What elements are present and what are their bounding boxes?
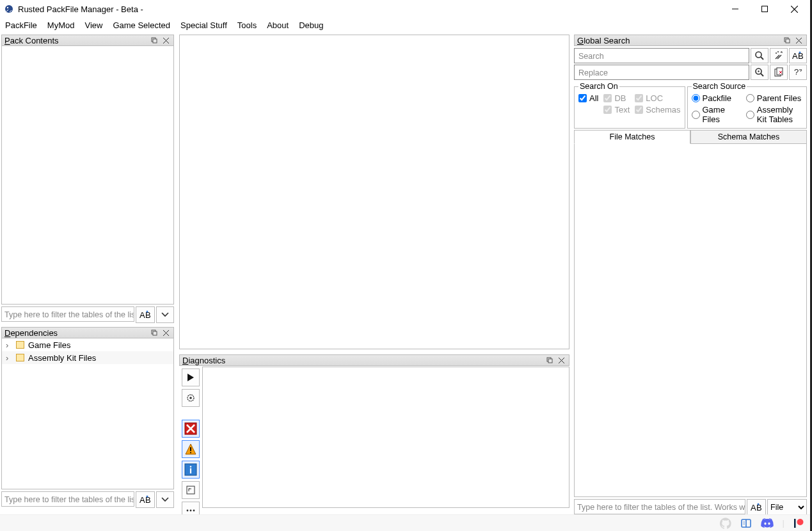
- tree-row[interactable]: › Assembly Kit Files: [2, 351, 173, 364]
- search-on-db[interactable]: DB: [603, 93, 630, 103]
- menu-mymod[interactable]: MyMod: [47, 20, 75, 30]
- diagnostics-results-area[interactable]: [202, 367, 569, 508]
- svg-rect-14: [153, 331, 157, 335]
- search-on-group: Search On All DB LOC Text Schemas: [574, 82, 685, 129]
- diagnostics-error-filter[interactable]: [182, 420, 200, 438]
- svg-point-32: [190, 452, 191, 454]
- dependencies-tree[interactable]: › Game Files › Assembly Kit Files: [1, 338, 174, 489]
- replace-input[interactable]: Replace: [574, 65, 749, 80]
- window-title: Rusted PackFile Manager - Beta -: [18, 4, 720, 14]
- global-search-close-button[interactable]: [793, 36, 804, 45]
- global-search-titlebar: Global Search: [574, 35, 807, 46]
- dependencies-dropdown-button[interactable]: [156, 491, 174, 508]
- diagnostics-toggle-button[interactable]: [182, 481, 200, 499]
- dependencies-filter-input[interactable]: Type here to filter the tables of the li…: [1, 491, 134, 507]
- svg-rect-7: [153, 39, 157, 43]
- replace-all-button[interactable]: [770, 65, 788, 80]
- svg-point-38: [190, 510, 192, 512]
- replace-help-button[interactable]: ?: [789, 65, 807, 80]
- discord-icon[interactable]: [761, 518, 774, 528]
- dependencies-close-button[interactable]: [161, 328, 171, 337]
- tab-file-matches[interactable]: File Matches: [574, 130, 690, 144]
- global-search-case-button[interactable]: AB: [747, 499, 766, 516]
- menu-packfile[interactable]: PackFile: [5, 20, 37, 30]
- docs-icon[interactable]: [740, 518, 752, 529]
- menu-special-stuff[interactable]: Special Stuff: [180, 20, 227, 30]
- pack-contents-filter-input[interactable]: Type here to filter the tables of the li…: [1, 306, 134, 322]
- source-game-files[interactable]: Game Files: [692, 105, 741, 124]
- svg-point-44: [756, 52, 761, 58]
- global-search-filter-type[interactable]: File: [767, 499, 807, 516]
- svg-line-52: [761, 74, 763, 76]
- svg-line-45: [761, 57, 763, 59]
- replace-one-button[interactable]: [751, 65, 768, 80]
- svg-text:A: A: [139, 495, 145, 505]
- tree-item-label: Game Files: [28, 340, 70, 350]
- global-search-title: Global Search: [577, 36, 781, 45]
- dependencies-titlebar: Dependencies: [1, 327, 174, 338]
- chevron-right-icon[interactable]: ›: [6, 340, 12, 350]
- svg-point-26: [189, 397, 192, 399]
- svg-marker-24: [187, 374, 194, 381]
- pack-contents-float-button[interactable]: [149, 36, 159, 45]
- menu-tools[interactable]: Tools: [237, 20, 257, 30]
- search-on-loc[interactable]: LOC: [635, 93, 680, 103]
- folder-icon: [16, 341, 24, 349]
- svg-point-53: [758, 70, 759, 72]
- global-search-float-button[interactable]: [782, 36, 792, 45]
- svg-rect-3: [762, 6, 768, 12]
- pack-contents-close-button[interactable]: [161, 36, 171, 45]
- github-icon[interactable]: [720, 518, 731, 529]
- diagnostics-warning-filter[interactable]: [182, 440, 200, 458]
- maximize-button[interactable]: [750, 0, 779, 18]
- pack-contents-case-button[interactable]: AB: [136, 306, 155, 323]
- dependencies-case-button[interactable]: AB: [136, 491, 155, 508]
- svg-text:A: A: [139, 310, 145, 320]
- patreon-icon[interactable]: [793, 518, 804, 528]
- menu-about[interactable]: About: [267, 20, 289, 30]
- svg-text:A: A: [751, 503, 756, 512]
- menu-debug[interactable]: Debug: [299, 20, 323, 30]
- source-packfile[interactable]: Packfile: [692, 93, 741, 103]
- search-on-text[interactable]: Text: [603, 105, 630, 115]
- tab-schema-matches[interactable]: Schema Matches: [690, 130, 807, 144]
- diagnostics-info-filter[interactable]: [182, 461, 200, 479]
- search-case-button[interactable]: AB: [789, 48, 807, 63]
- source-ak-tables[interactable]: Assembly Kit Tables: [746, 105, 802, 124]
- svg-rect-21: [548, 359, 552, 363]
- svg-rect-41: [786, 39, 790, 43]
- diagnostics-run-button[interactable]: [182, 369, 200, 386]
- close-button[interactable]: [779, 0, 809, 18]
- titlebar: Rusted PackFile Manager - Beta -: [0, 0, 810, 18]
- global-search-filter-input[interactable]: Type here to filter the tables of the li…: [574, 499, 745, 514]
- diagnostics-float-button[interactable]: [545, 356, 555, 365]
- search-button[interactable]: [751, 48, 768, 63]
- svg-point-1: [7, 7, 8, 8]
- diagnostics-titlebar: Diagnostics: [179, 354, 569, 366]
- diagnostics-close-button[interactable]: [556, 356, 566, 365]
- tree-item-label: Assembly Kit Files: [28, 353, 96, 363]
- search-input[interactable]: Search: [574, 48, 749, 63]
- clear-search-button[interactable]: [770, 48, 788, 63]
- dependencies-float-button[interactable]: [149, 328, 159, 337]
- diagnostics-settings-button[interactable]: [182, 389, 200, 407]
- main-content-area: [179, 35, 569, 349]
- search-on-schemas[interactable]: Schemas: [635, 105, 680, 115]
- pack-contents-tree[interactable]: [1, 46, 174, 305]
- minimize-button[interactable]: [720, 0, 750, 18]
- svg-point-61: [758, 503, 760, 505]
- tree-row[interactable]: › Game Files: [2, 338, 173, 351]
- pack-contents-dropdown-button[interactable]: [156, 306, 174, 323]
- menu-view[interactable]: View: [84, 20, 102, 30]
- chevron-right-icon[interactable]: ›: [6, 353, 12, 363]
- search-results-area[interactable]: [574, 144, 807, 497]
- source-parent-files[interactable]: Parent Files: [746, 93, 802, 103]
- svg-point-34: [190, 466, 192, 468]
- pack-contents-titlebar: Pack Contents: [1, 35, 174, 46]
- svg-point-50: [799, 52, 801, 54]
- app-icon: [4, 4, 14, 14]
- svg-point-39: [193, 510, 195, 512]
- search-on-all[interactable]: All: [578, 93, 598, 103]
- svg-text:?: ?: [794, 67, 799, 77]
- menu-game-selected[interactable]: Game Selected: [113, 20, 170, 30]
